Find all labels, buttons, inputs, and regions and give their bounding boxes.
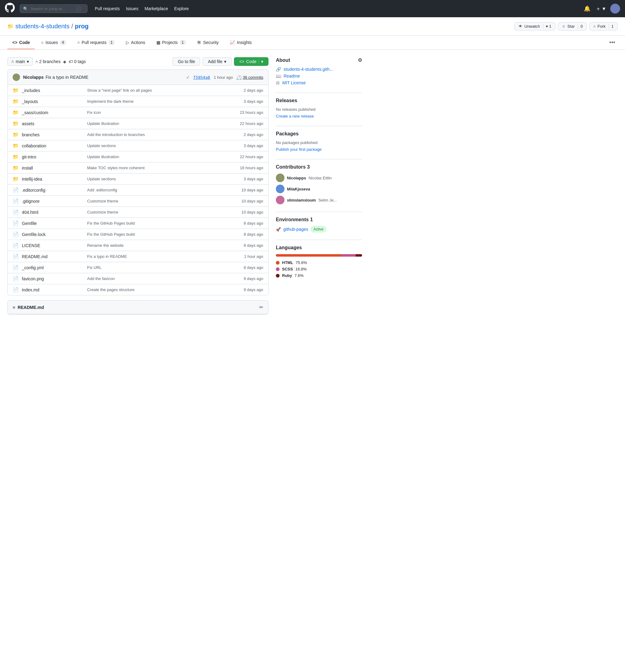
file-commit-link[interactable]: Update sections <box>87 143 116 148</box>
create-release-link[interactable]: Create a new release <box>276 114 314 118</box>
star-button[interactable]: ☆ Star 0 <box>558 22 587 30</box>
contributor-item: slimslamsloum Selim Je... <box>276 196 362 204</box>
file-commit-link[interactable]: Fix a typo in README <box>87 254 127 259</box>
commit-sha[interactable]: f5954a8 <box>193 75 210 80</box>
file-commit-link[interactable]: Fix icon <box>87 110 101 115</box>
file-name: branches <box>22 132 84 137</box>
file-time: 10 days ago <box>241 199 263 203</box>
github-logo[interactable] <box>5 3 15 15</box>
user-avatar[interactable] <box>610 4 620 14</box>
contributor-avatar[interactable] <box>276 196 284 204</box>
file-name-link[interactable]: install <box>22 166 33 170</box>
tab-issues[interactable]: ○ Issues 4 <box>36 36 71 49</box>
tab-actions[interactable]: ▷ Actions <box>121 36 150 49</box>
file-commit-link[interactable]: Implement the dark theme <box>87 99 134 104</box>
repo-owner-link[interactable]: students-4-students <box>16 23 70 30</box>
file-commit-link[interactable]: Show a "next page" link on all pages <box>87 88 152 93</box>
readme-edit-button[interactable]: ✏ <box>259 304 263 310</box>
file-commit-message: Fix the GitHub Pages build <box>84 232 244 237</box>
tab-projects[interactable]: ▦ Projects 1 <box>152 36 191 49</box>
file-commit-link[interactable]: Fix URL <box>87 265 101 270</box>
file-commit-link[interactable]: Fix the GitHub Pages build <box>87 232 135 237</box>
file-name-link[interactable]: collaboration <box>22 143 46 148</box>
new-item-button[interactable]: ＋ ▾ <box>596 5 605 12</box>
file-name-link[interactable]: branches <box>22 132 40 137</box>
file-name-link[interactable]: assets <box>22 121 34 126</box>
contributor-username[interactable]: Nicolapps <box>287 176 306 180</box>
file-icon: 📄 <box>13 276 19 282</box>
file-name-link[interactable]: .gitignore <box>22 199 40 204</box>
code-button[interactable]: <> Code ▾ <box>234 57 269 66</box>
lang-bar-segment <box>276 254 341 257</box>
search-box[interactable]: 🔍 / <box>20 4 88 13</box>
publish-package-link[interactable]: Publish your first package <box>276 147 322 152</box>
file-name-link[interactable]: Gemfile <box>22 221 37 226</box>
contributor-username[interactable]: slimslamsloum <box>287 198 316 202</box>
branches-link[interactable]: ⑃ 2 branches <box>36 59 60 64</box>
commits-link[interactable]: 🕐 36 commits <box>237 75 263 80</box>
license-link[interactable]: ⚖ MIT License <box>276 80 362 85</box>
branch-selector[interactable]: ⑃ main ▾ <box>7 57 33 66</box>
file-name-link[interactable]: git-intro <box>22 154 36 160</box>
file-name: Gemfile.lock <box>22 232 84 237</box>
about-label: About <box>276 57 290 63</box>
file-commit-link[interactable]: Fix the GitHub Pages build <box>87 221 135 225</box>
settings-gear-icon[interactable]: ⚙ <box>358 57 362 63</box>
file-name-link[interactable]: _sass/custom <box>22 110 48 115</box>
file-commit-link[interactable]: Make TOC styles more coherent <box>87 166 145 170</box>
file-name-link[interactable]: Gemfile.lock <box>22 232 46 237</box>
file-name-link[interactable]: 404.html <box>22 210 39 215</box>
file-commit-link[interactable]: Update illustration <box>87 121 119 126</box>
file-commit-link[interactable]: Add .editorconfig <box>87 188 117 192</box>
file-name-link[interactable]: _includes <box>22 88 40 93</box>
nav-marketplace[interactable]: Marketplace <box>144 6 168 11</box>
repo-url-link[interactable]: 🔗 students-4-students.gith... <box>276 67 362 72</box>
readme-link[interactable]: 📖 Readme <box>276 74 362 78</box>
file-commit-link[interactable]: Customize theme <box>87 199 118 203</box>
file-name-link[interactable]: LICENSE <box>22 243 40 248</box>
contributor-item: MilaKjoseva <box>276 185 362 193</box>
contributor-username[interactable]: MilaKjoseva <box>287 187 310 191</box>
file-commit-link[interactable]: Add the favicon <box>87 276 115 281</box>
nav-pull-requests[interactable]: Pull requests <box>95 6 120 11</box>
search-input[interactable] <box>30 6 74 11</box>
repo-name-link[interactable]: prog <box>75 23 88 30</box>
goto-file-button[interactable]: Go to file <box>172 57 200 66</box>
file-commit-link[interactable]: Update sections <box>87 176 116 181</box>
contributor-avatar[interactable] <box>276 173 284 182</box>
nav-issues[interactable]: Issues <box>126 6 138 11</box>
tab-pull-requests[interactable]: ⑃ Pull requests 1 <box>72 36 120 49</box>
tabs-more-button[interactable]: ••• <box>607 36 618 50</box>
file-commit-link[interactable]: Create the pages structure <box>87 287 135 292</box>
add-file-button[interactable]: Add file ▾ <box>203 57 232 66</box>
file-name-link[interactable]: intellij-idea <box>22 176 42 182</box>
file-commit-link[interactable]: Rename the website <box>87 243 124 248</box>
tab-code[interactable]: <> Code <box>7 36 35 49</box>
env-name-link[interactable]: github-pages <box>283 227 308 232</box>
table-row: 📁 _sass/custom Fix icon 23 hours ago <box>8 107 268 118</box>
file-name-link[interactable]: _layouts <box>22 99 38 104</box>
lang-percent: 16.8% <box>295 267 307 271</box>
file-commit-link[interactable]: Update illustration <box>87 154 119 159</box>
tab-security[interactable]: ⛨ Security <box>192 36 224 49</box>
commit-author[interactable]: Nicolapps <box>23 75 44 80</box>
file-name-link[interactable]: favicon.png <box>22 276 44 281</box>
commit-author-avatar[interactable] <box>13 74 20 81</box>
file-commit-link[interactable]: Add the introduction to branches <box>87 132 145 137</box>
notifications-button[interactable]: 🔔 <box>584 5 591 12</box>
folder-icon: 📁 <box>13 110 19 115</box>
file-commit-link[interactable]: Customize theme <box>87 210 118 214</box>
tab-insights[interactable]: 📈 Insights <box>225 36 256 49</box>
file-name-link[interactable]: .editorconfig <box>22 188 45 193</box>
nav-links: Pull requests Issues Marketplace Explore <box>95 6 189 11</box>
unwatch-button[interactable]: 👁 Unwatch ▾ 1 <box>514 22 555 30</box>
file-time: 18 hours ago <box>240 166 263 170</box>
contributor-avatar[interactable] <box>276 185 284 193</box>
tags-link[interactable]: 🏷 0 tags <box>69 59 86 64</box>
file-name-link[interactable]: _config.yml <box>22 265 44 270</box>
file-name-link[interactable]: index.md <box>22 287 40 292</box>
divider-5 <box>276 240 362 240</box>
file-name-link[interactable]: README.md <box>22 254 47 259</box>
nav-explore[interactable]: Explore <box>174 6 189 11</box>
fork-button[interactable]: ⑃ Fork 1 <box>589 22 618 30</box>
